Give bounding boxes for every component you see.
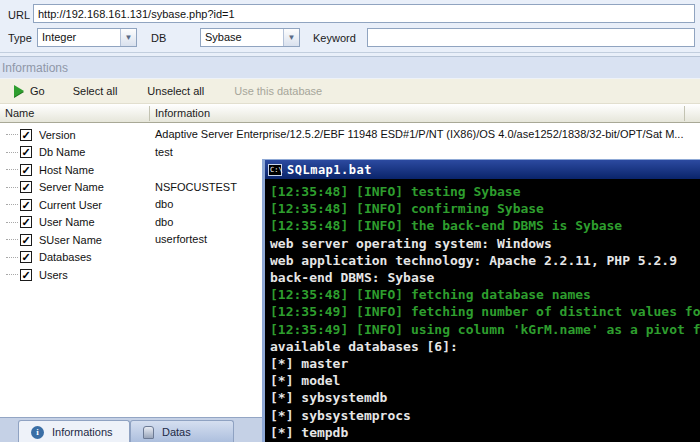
console-line: available databases [6]: [270, 338, 700, 355]
checkbox[interactable]: ✓ [20, 181, 32, 193]
select-all-button[interactable]: Select all [65, 82, 126, 100]
type-label: Type [8, 32, 32, 44]
checkbox[interactable]: ✓ [20, 269, 32, 281]
row-name: Current User [39, 199, 141, 211]
type-dropdown-value: Integer [42, 31, 76, 43]
row-name: Databases [39, 251, 141, 263]
row-name: Server Name [39, 181, 141, 193]
tree-branch [6, 134, 18, 135]
play-icon [14, 85, 24, 97]
console-line: [*] sybsystemprocs [270, 407, 700, 424]
console-line: [12:35:48] [INFO] fetching database name… [270, 286, 700, 303]
tree-branch [6, 187, 18, 188]
console-line: [12:35:49] [INFO] fetching number of dis… [270, 303, 700, 320]
console-line: back-end DBMS: Sybase [270, 269, 700, 286]
checkbox[interactable]: ✓ [20, 146, 32, 158]
checkbox[interactable]: ✓ [20, 129, 32, 141]
panel-title: Informations [2, 61, 68, 75]
tab-datas-label: Datas [162, 426, 191, 438]
console-line: [*] master [270, 355, 700, 372]
tab-datas[interactable]: Datas [130, 420, 234, 442]
query-form: URL Type Integer ▼ DB Sybase ▼ Keyword [0, 0, 700, 52]
console-line: [12:35:49] [INFO] using column 'kGrM.nam… [270, 321, 700, 338]
tab-informations-label: Informations [52, 426, 113, 438]
row-name: User Name [39, 216, 141, 228]
db-label: DB [151, 32, 166, 44]
console-line: web application technology: Apache 2.2.1… [270, 252, 700, 269]
datas-icon [143, 426, 154, 439]
checkbox[interactable]: ✓ [20, 199, 32, 211]
table-header: Name Information [0, 104, 700, 123]
row-name: SUser Name [39, 234, 141, 246]
row-name: Db Name [39, 146, 141, 158]
row-info: dbo [155, 216, 173, 228]
tree-branch [6, 274, 18, 275]
checkbox[interactable]: ✓ [20, 216, 32, 228]
console-line: [12:35:48] [INFO] the back-end DBMS is S… [270, 217, 700, 234]
tree-branch [6, 257, 18, 258]
db-dropdown-value: Sybase [205, 31, 242, 43]
column-header-name[interactable]: Name [5, 107, 34, 119]
row-info: Adaptive Server Enterprise/12.5.2/EBF 11… [155, 128, 683, 140]
row-name: Users [39, 269, 141, 281]
tree-branch [6, 222, 18, 223]
type-dropdown[interactable]: Integer ▼ [37, 28, 137, 47]
go-button-label: Go [30, 85, 45, 97]
row-name: Host Name [39, 164, 141, 176]
tree-branch [6, 169, 18, 170]
panel-header: Informations [0, 57, 700, 79]
console-line: [*] tempdb [270, 424, 700, 441]
select-all-label: Select all [73, 85, 118, 97]
row-info: userfortest [155, 233, 207, 245]
sql-injection-tool-window: URL Type Integer ▼ DB Sybase ▼ Keyword I… [0, 0, 700, 442]
keyword-input[interactable] [367, 28, 695, 47]
console-output: [12:35:48] [INFO] testing Sybase [12:35:… [265, 179, 700, 442]
console-line: [*] model [270, 372, 700, 389]
url-label: URL [8, 9, 30, 21]
db-dropdown[interactable]: Sybase ▼ [200, 28, 300, 47]
column-divider [684, 106, 685, 121]
chevron-down-icon[interactable]: ▼ [120, 29, 136, 46]
row-info: dbo [155, 198, 173, 210]
keyword-label: Keyword [313, 32, 356, 44]
column-header-information[interactable]: Information [155, 107, 210, 119]
row-name: Version [39, 129, 141, 141]
column-divider [149, 106, 150, 121]
url-input[interactable] [33, 4, 695, 23]
tree-branch [6, 239, 18, 240]
row-info: NSFOCUSTEST [155, 181, 237, 193]
console-line: [12:35:48] [INFO] testing Sybase [270, 183, 700, 200]
chevron-down-icon[interactable]: ▼ [283, 29, 299, 46]
console-title: SQLmap1.bat [287, 163, 372, 177]
console-line: web server operating system: Windows [270, 235, 700, 252]
console-title-bar[interactable]: C:\ SQLmap1.bat [265, 160, 700, 179]
use-this-database-button: Use this database [226, 82, 330, 100]
row-info: test [155, 146, 173, 158]
checkbox[interactable]: ✓ [20, 164, 32, 176]
tree-branch [6, 152, 18, 153]
cmd-icon: C:\ [268, 164, 282, 176]
checkbox[interactable]: ✓ [20, 234, 32, 246]
checkbox[interactable]: ✓ [20, 251, 32, 263]
tree-branch [6, 204, 18, 205]
unselect-all-button[interactable]: Unselect all [139, 82, 212, 100]
console-line: [*] sybsystemdb [270, 389, 700, 406]
unselect-all-label: Unselect all [147, 85, 204, 97]
table-row[interactable]: ✓ Version Adaptive Server Enterprise/12.… [0, 126, 700, 144]
console-window: C:\ SQLmap1.bat [12:35:48] [INFO] testin… [262, 159, 700, 442]
info-icon: i [31, 426, 44, 439]
tab-informations[interactable]: i Informations [18, 420, 130, 442]
go-button[interactable]: Go [6, 82, 53, 100]
console-line: [12:35:48] [INFO] confirming Sybase [270, 200, 700, 217]
toolbar: Go Select all Unselect all Use this data… [0, 79, 700, 104]
use-this-database-label: Use this database [234, 85, 322, 97]
